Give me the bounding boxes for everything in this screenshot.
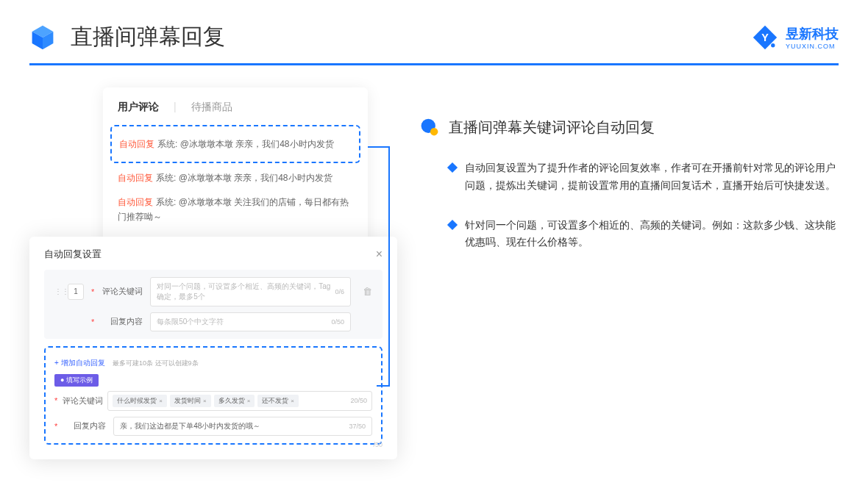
- comment-item: 自动回复系统: @冰墩墩本墩 亲亲，我们48小时内发货: [118, 166, 353, 190]
- right-column: 直播间弹幕关键词评论自动回复 自动回复设置为了提升作者的评论回复效率，作者可在开…: [419, 87, 839, 459]
- form-group-1: ⋮⋮ 1 * 评论关键词 对同一个问题，可设置多个相近、高频的关键词，Tag确定…: [44, 270, 383, 339]
- keyword-label: 评论关键词: [102, 286, 143, 297]
- example-section: + 增加自动回复 最多可建10条 还可以创建9条 ● 填写示例 * 评论关键词 …: [44, 346, 383, 445]
- comment-item: 自动回复系统: @冰墩墩本墩 亲亲，我们48小时内发货: [119, 132, 352, 156]
- keyword-tag[interactable]: 还不发货×: [257, 395, 299, 407]
- order-number: 1: [68, 284, 84, 300]
- svg-point-7: [430, 128, 438, 136]
- bullet-item: 自动回复设置为了提升作者的评论回复效率，作者可在开播前针对常见的评论用户问题，提…: [419, 159, 839, 195]
- ex-content-text: 亲，我们这边都是下单48小时内发货的哦～: [120, 421, 260, 431]
- diamond-icon: [447, 220, 458, 230]
- comment-tabs: 用户评论 | 待播商品: [118, 101, 353, 114]
- content-placeholder: 每条限50个中文字符: [157, 317, 224, 327]
- keyword-tag[interactable]: 发货时间×: [170, 395, 211, 407]
- keyword-tag[interactable]: 多久发货×: [214, 395, 255, 407]
- keyword-placeholder: 对同一个问题，可设置多个相近、高频的关键词，Tag确定，最多5个: [157, 281, 335, 302]
- cube-icon: [29, 24, 56, 51]
- page-header: 直播间弹幕回复 Y 昱新科技 YUUXIN.COM: [0, 0, 868, 63]
- trash-icon[interactable]: 🗑: [363, 286, 372, 297]
- bullet-text: 针对同一个问题，可设置多个相近的、高频的关键词。例如：这款多少钱、这块能优惠吗、…: [465, 217, 839, 252]
- highlighted-comment: 自动回复系统: @冰墩墩本墩 亲亲，我们48小时内发货: [110, 125, 360, 163]
- ex-content-input[interactable]: 亲，我们这边都是下单48小时内发货的哦～ 37/50: [113, 417, 372, 436]
- svg-text:Y: Y: [761, 32, 769, 43]
- ex-keyword-input[interactable]: 什么时候发货×发货时间×多久发货×还不发货× 20/50: [107, 391, 372, 411]
- drag-handle-icon[interactable]: ⋮⋮: [54, 287, 60, 295]
- close-icon[interactable]: ×: [376, 248, 383, 261]
- comments-panel: 用户评论 | 待播商品 自动回复系统: @冰墩墩本墩 亲亲，我们48小时内发货 …: [103, 87, 368, 251]
- tag-chips-wrap: 什么时候发货×发货时间×多久发货×还不发货×: [113, 395, 300, 407]
- bullet-text: 自动回复设置为了提升作者的评论回复效率，作者可在开播前针对常见的评论用户问题，提…: [465, 159, 839, 195]
- page-title: 直播间弹幕回复: [71, 22, 225, 52]
- tab-pending-goods[interactable]: 待播商品: [191, 101, 232, 114]
- diamond-icon: [447, 162, 458, 173]
- content-label: 回复内容: [102, 316, 143, 327]
- comment-text: 系统: @冰墩墩本墩 亲亲，我们48小时内发货: [157, 139, 334, 149]
- content-input[interactable]: 每条限50个中文字符 0/50: [150, 312, 351, 331]
- keyword-counter: 0/6: [335, 288, 344, 295]
- content-counter: 0/50: [331, 318, 344, 326]
- ex-keyword-counter: 20/50: [350, 397, 367, 404]
- add-hint: 最多可建10条 还可以创建9条: [113, 359, 199, 367]
- auto-reply-tag: 自动回复: [118, 173, 153, 183]
- brand-subtitle: YUUXIN.COM: [786, 43, 839, 50]
- modal-title: 自动回复设置: [44, 248, 102, 261]
- required-star: *: [91, 317, 94, 326]
- left-column: 用户评论 | 待播商品 自动回复系统: @冰墩墩本墩 亲亲，我们48小时内发货 …: [29, 87, 397, 459]
- brand-logo: Y 昱新科技 YUUXIN.COM: [752, 24, 839, 51]
- chat-bubble-icon: [419, 117, 440, 137]
- required-star: *: [91, 287, 94, 296]
- example-badge: ● 填写示例: [54, 374, 99, 387]
- connector-line: [377, 385, 390, 387]
- tab-divider: |: [174, 101, 177, 114]
- section-header: 直播间弹幕关键词评论自动回复: [419, 117, 839, 137]
- add-auto-reply-link[interactable]: + 增加自动回复: [54, 359, 105, 367]
- ghost-counter: /50: [373, 441, 383, 448]
- tab-user-comments[interactable]: 用户评论: [118, 101, 159, 114]
- connector-line: [388, 146, 390, 385]
- keyword-tag[interactable]: 什么时候发货×: [113, 395, 167, 407]
- connector-line: [368, 146, 390, 148]
- header-divider: [29, 63, 839, 65]
- section-title: 直播间弹幕关键词评论自动回复: [449, 118, 655, 137]
- brand-icon: Y: [752, 24, 778, 51]
- auto-reply-settings-modal: 自动回复设置 × ⋮⋮ 1 * 评论关键词 对同一个问题，可设置多个相近、高频的…: [29, 237, 397, 459]
- auto-reply-tag: 自动回复: [118, 197, 153, 207]
- keyword-input[interactable]: 对同一个问题，可设置多个相近、高频的关键词，Tag确定，最多5个 0/6: [150, 277, 351, 306]
- ex-content-counter: 37/50: [349, 423, 366, 430]
- comment-text: 系统: @冰墩墩本墩 亲亲，我们48小时内发货: [156, 173, 332, 183]
- svg-point-5: [771, 43, 775, 47]
- required-star: *: [54, 422, 57, 431]
- comment-item: 自动回复系统: @冰墩墩本墩 关注我们的店铺，每日都有热门推荐呦～: [118, 190, 353, 229]
- required-star: *: [54, 396, 57, 405]
- ex-keyword-label: 评论关键词: [62, 395, 103, 406]
- ex-content-label: 回复内容: [65, 420, 106, 431]
- brand-name: 昱新科技: [786, 25, 839, 43]
- bullet-item: 针对同一个问题，可设置多个相近的、高频的关键词。例如：这款多少钱、这块能优惠吗、…: [419, 217, 839, 252]
- auto-reply-tag: 自动回复: [119, 139, 154, 149]
